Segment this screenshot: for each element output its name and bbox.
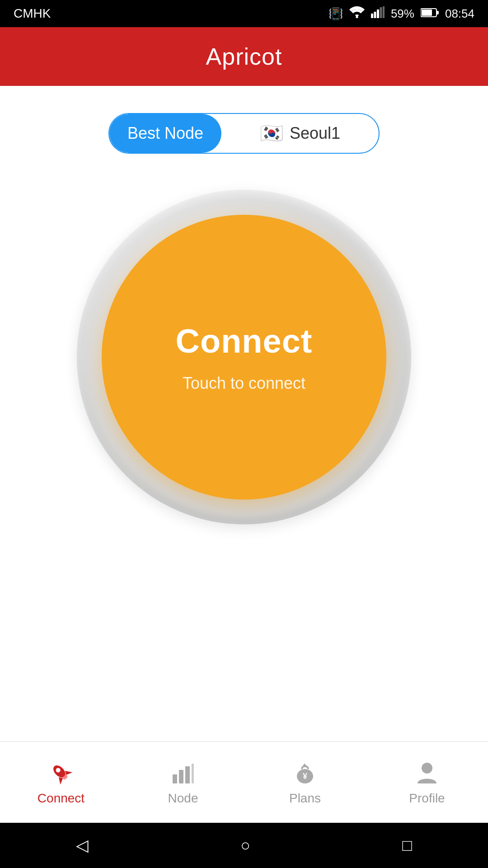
svg-rect-2 (374, 12, 376, 18)
status-icons: 📳 59% (328, 6, 474, 21)
battery-label: 59% (391, 7, 414, 21)
app-header: Apricot (0, 27, 488, 86)
bottom-navigation: Connect Node ¥ Plans (0, 741, 488, 823)
signal-icon (371, 6, 385, 21)
connect-area: Connect Touch to connect (77, 190, 411, 524)
connect-button-title: Connect (176, 322, 313, 360)
svg-rect-16 (179, 770, 183, 783)
svg-rect-7 (422, 9, 432, 16)
profile-icon (411, 760, 443, 787)
main-content: Best Node 🇰🇷 Seoul1 Connect Touch to con… (0, 86, 488, 741)
nav-item-node[interactable]: Node (122, 760, 244, 806)
back-button[interactable]: ◁ (76, 836, 89, 855)
connect-icon (45, 760, 77, 787)
node-value: 🇰🇷 Seoul1 (221, 124, 379, 143)
wifi-icon (349, 6, 365, 21)
vibrate-icon: 📳 (328, 7, 343, 21)
android-nav-bar: ◁ ○ □ (0, 823, 488, 868)
node-name: Seoul1 (290, 124, 340, 143)
nav-label-node: Node (168, 791, 198, 806)
svg-rect-5 (383, 6, 385, 18)
svg-rect-18 (192, 764, 194, 783)
plans-icon: ¥ (289, 760, 321, 787)
svg-rect-17 (185, 766, 190, 783)
node-selector-label: Best Node (109, 114, 221, 153)
svg-rect-8 (436, 11, 439, 14)
svg-rect-15 (173, 774, 177, 783)
recents-button[interactable]: □ (402, 836, 412, 855)
carrier-label: CMHK (14, 6, 51, 21)
nav-label-connect: Connect (38, 791, 84, 806)
node-flag: 🇰🇷 (260, 124, 283, 143)
svg-rect-1 (371, 14, 373, 18)
nav-item-connect[interactable]: Connect (0, 760, 122, 806)
nav-item-plans[interactable]: ¥ Plans (244, 760, 366, 806)
node-selector[interactable]: Best Node 🇰🇷 Seoul1 (108, 113, 380, 154)
nav-label-plans: Plans (289, 791, 321, 806)
connect-outer-ring: Connect Touch to connect (77, 190, 411, 524)
status-bar: CMHK 📳 59% (0, 0, 488, 27)
time-label: 08:54 (445, 7, 474, 21)
svg-text:¥: ¥ (303, 772, 307, 781)
app-title: Apricot (206, 43, 282, 70)
home-button[interactable]: ○ (240, 836, 250, 855)
node-icon (167, 760, 199, 787)
nav-item-profile[interactable]: Profile (366, 760, 488, 806)
svg-rect-3 (377, 9, 379, 18)
svg-rect-4 (380, 7, 382, 18)
connect-button[interactable]: Connect Touch to connect (102, 215, 386, 500)
battery-icon (421, 7, 439, 21)
nav-label-profile: Profile (409, 791, 445, 806)
connect-button-subtitle: Touch to connect (183, 374, 305, 393)
svg-point-21 (422, 763, 432, 774)
